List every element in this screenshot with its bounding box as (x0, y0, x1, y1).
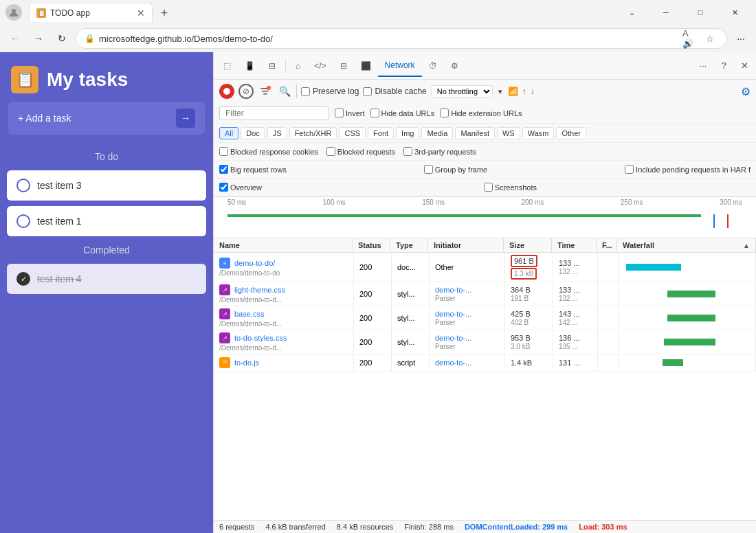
close-button[interactable]: ✕ (719, 1, 751, 23)
hide-extension-urls-label[interactable]: Hide extension URLs (440, 109, 522, 117)
blocked-response-cookies-checkbox[interactable] (219, 147, 228, 156)
screenshots-label[interactable]: Screenshots (484, 183, 537, 192)
devtools-tab-device[interactable]: 📱 (238, 56, 262, 76)
table-row[interactable]: ≡ demo-to-do/ /Demos/demo-to-do 200 doc.… (214, 253, 756, 282)
third-party-requests-checkbox[interactable] (403, 147, 412, 156)
col-header-type[interactable]: Type (390, 238, 428, 252)
type-filter-css[interactable]: CSS (339, 127, 366, 139)
type-filter-js[interactable]: JS (267, 127, 287, 139)
timeline-bar (227, 209, 742, 236)
overview-checkbox[interactable] (219, 183, 228, 192)
preserve-log-checkbox[interactable] (301, 87, 310, 96)
big-request-rows-label[interactable]: Big request rows (219, 165, 287, 174)
task-checkbox-item1[interactable] (16, 214, 30, 228)
throttle-select[interactable]: No throttling (431, 85, 493, 98)
record-button[interactable] (219, 84, 234, 99)
type-filter-media[interactable]: Media (421, 127, 453, 139)
col-header-waterfall[interactable]: Waterfall ▲ (617, 238, 756, 252)
timeline-row: 50 ms 100 ms 150 ms 200 ms 250 ms 300 ms (214, 197, 756, 238)
hide-extension-urls-checkbox[interactable] (440, 109, 449, 117)
task-checkbox-item3[interactable] (16, 179, 30, 192)
blocked-response-cookies-label[interactable]: Blocked response cookies (219, 147, 318, 156)
disable-cache-label[interactable]: Disable cache (363, 87, 426, 96)
name-primary-0: demo-to-do/ (234, 259, 275, 267)
panel-icon: ⊟ (269, 61, 276, 71)
include-pending-label[interactable]: Include pending requests in HAR f (625, 165, 751, 174)
add-task-button[interactable]: + Add a task → (8, 102, 205, 135)
devtools-tab-console[interactable]: ⊟ (333, 56, 354, 76)
hide-data-urls-checkbox[interactable] (370, 109, 379, 117)
forward-button[interactable]: → (29, 29, 48, 48)
maximize-button[interactable]: □ (685, 1, 716, 23)
type-filter-wasm[interactable]: Wasm (522, 127, 555, 139)
more-tabs-button[interactable]: ··· (694, 57, 712, 75)
type-filter-all[interactable]: All (219, 127, 238, 139)
type-filter-font[interactable]: Font (368, 127, 394, 139)
tab-close-button[interactable]: ✕ (137, 8, 145, 18)
clear-log-button[interactable]: ⊘ (238, 84, 254, 99)
group-by-frame-checkbox[interactable] (424, 165, 433, 174)
type-filter-manifest[interactable]: Manifest (455, 127, 495, 139)
hide-data-urls-label[interactable]: Hide data URLs (370, 109, 435, 117)
table-row[interactable]: ↗ to-do-styles.css /Demos/demo-to-d... 2… (214, 330, 756, 354)
type-filter-fetch-xhr[interactable]: Fetch/XHR (289, 127, 337, 139)
devtools-tab-panel[interactable]: ⊟ (262, 56, 282, 76)
blocked-requests-label[interactable]: Blocked requests (326, 147, 395, 156)
screenshots-checkbox[interactable] (484, 183, 493, 192)
big-request-rows-checkbox[interactable] (219, 165, 228, 174)
type-filter-img[interactable]: Img (396, 127, 419, 139)
col-header-size[interactable]: Size (504, 238, 552, 252)
col-header-time[interactable]: Time (552, 238, 597, 252)
third-party-requests-label[interactable]: 3rd-party requests (403, 147, 476, 156)
blocked-requests-checkbox[interactable] (326, 147, 335, 156)
disable-cache-checkbox[interactable] (363, 87, 372, 96)
profile-icon[interactable] (5, 4, 22, 21)
browser-menu-button[interactable]: ··· (731, 29, 751, 48)
search-button[interactable]: 🔍 (277, 84, 292, 99)
status-bar: 6 requests 4.6 kB transferred 8.4 kB res… (214, 520, 756, 533)
help-button[interactable]: ? (715, 57, 733, 75)
active-tab[interactable]: 📋 TODO app ✕ (29, 3, 153, 22)
devtools-tab-inspect[interactable]: ⬚ (216, 56, 238, 76)
group-by-frame-label[interactable]: Group by frame (424, 165, 487, 174)
task-item[interactable]: test item 1 (7, 206, 206, 236)
refresh-button[interactable]: ↻ (52, 29, 71, 48)
col-header-name[interactable]: Name (214, 238, 353, 252)
col-header-initiator[interactable]: Initiator (428, 238, 504, 252)
device-icon: 📱 (245, 61, 255, 71)
devtools-tab-home[interactable]: ⌂ (289, 56, 307, 76)
overview-label[interactable]: Overview (219, 183, 262, 192)
url-bar[interactable]: 🔒 microsoftedge.github.io/Demos/demo-to-… (76, 28, 727, 49)
type-filter-ws[interactable]: WS (497, 127, 520, 139)
devtools-tab-sources[interactable]: </> (307, 56, 333, 76)
devtools-panel: ⬚ 📱 ⊟ ⌂ </> ⊟ ⬛ Network ⏱ ⚙ (213, 52, 756, 533)
task-checkbox-item4[interactable]: ✓ (16, 272, 30, 286)
table-row[interactable]: ⟳ to-do.js 200 script demo-to-... 1.4 kB… (214, 354, 756, 372)
invert-label[interactable]: Invert (335, 109, 365, 117)
devtools-tab-network[interactable]: Network (378, 55, 422, 77)
favorites-button[interactable]: ☆ (702, 30, 718, 47)
type-filter-other[interactable]: Other (556, 127, 586, 139)
table-row[interactable]: ↗ light-theme.css /Demos/demo-to-d... 20… (214, 282, 756, 306)
read-aloud-button[interactable]: A🔊 (682, 30, 699, 47)
devtools-tab-breakpoints[interactable]: ⬛ (354, 56, 378, 76)
col-header-status[interactable]: Status (353, 238, 390, 252)
filter-icon-button[interactable]: ✕ (258, 84, 273, 99)
filter-input[interactable] (219, 106, 329, 120)
devtools-tab-settings[interactable]: ⚙ (444, 56, 465, 76)
minimize-button[interactable]: ─ (650, 1, 682, 23)
devtools-tab-perf[interactable]: ⏱ (422, 56, 444, 76)
settings-gear-button[interactable]: ⚙ (741, 85, 751, 98)
task-item-completed[interactable]: ✓ test item 4 (7, 264, 206, 294)
table-row[interactable]: ↗ base.css /Demos/demo-to-d... 200 styl.… (214, 306, 756, 330)
preserve-log-label[interactable]: Preserve log (301, 87, 359, 96)
devtools-close-button[interactable]: ✕ (735, 57, 753, 75)
include-pending-checkbox[interactable] (625, 165, 634, 174)
task-item[interactable]: test item 3 (7, 170, 206, 201)
tab-manager-button[interactable]: ⌄ (616, 1, 647, 23)
new-tab-button[interactable]: + (155, 4, 173, 22)
col-header-f[interactable]: F... (597, 238, 617, 252)
back-button[interactable]: ← (5, 29, 25, 48)
type-filter-doc[interactable]: Doc (241, 127, 265, 139)
invert-checkbox[interactable] (335, 109, 344, 117)
